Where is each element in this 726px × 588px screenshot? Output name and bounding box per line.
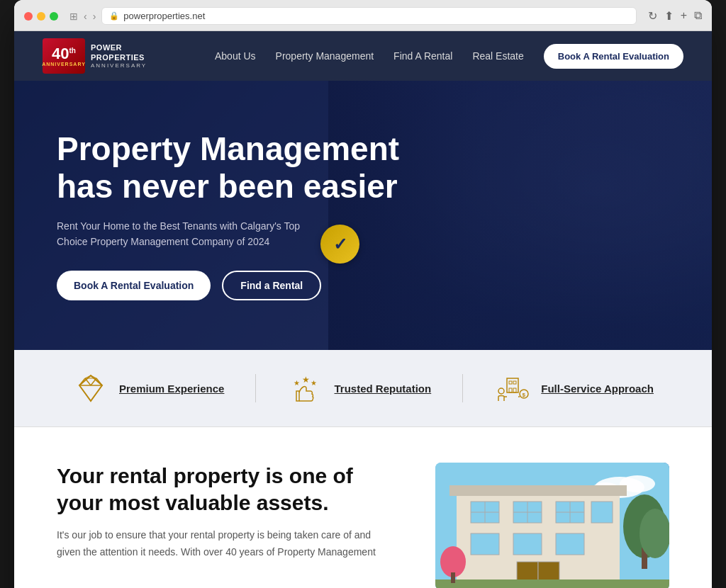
svg-rect-10 — [507, 378, 518, 392]
address-bar[interactable]: 🔒 powerproperties.net — [101, 7, 636, 25]
svg-text:$: $ — [523, 392, 526, 398]
maximize-button[interactable] — [50, 12, 58, 21]
nav-property-management[interactable]: Property Management — [276, 50, 374, 62]
anniversary-label: ANNIVERSARY — [42, 62, 86, 67]
svg-point-24 — [640, 509, 669, 558]
checkmark-icon: ✓ — [333, 234, 347, 254]
svg-rect-44 — [451, 572, 455, 583]
svg-rect-13 — [509, 381, 512, 384]
svg-rect-11 — [509, 388, 512, 392]
feature-full-service: $ Full-Service Approach — [494, 370, 654, 407]
content-section: Your rental property is one of your most… — [14, 427, 712, 588]
nav-real-estate[interactable]: Real Estate — [472, 50, 523, 62]
award-badge: ✓ — [320, 225, 359, 264]
svg-point-15 — [498, 388, 504, 394]
svg-rect-42 — [435, 579, 669, 588]
svg-rect-39 — [556, 533, 584, 555]
svg-line-5 — [91, 378, 96, 385]
browser-chrome: ⊞ ‹ › 🔒 powerproperties.net ↻ ⬆ + ⧉ — [14, 0, 712, 31]
back-icon[interactable]: ‹ — [84, 11, 87, 22]
svg-rect-14 — [513, 381, 516, 384]
nav-links: About Us Property Management Find A Rent… — [215, 50, 683, 62]
url-text: powerproperties.net — [123, 11, 205, 21]
feature-divider-2 — [462, 374, 463, 402]
hero-buttons: Book A Rental Evaluation Find a Rental — [57, 271, 399, 300]
nav-find-rental[interactable]: Find A Rental — [393, 50, 452, 62]
close-button[interactable] — [24, 12, 33, 21]
svg-text:★: ★ — [302, 375, 310, 385]
browser-nav-controls: ⊞ ‹ › — [69, 11, 96, 22]
content-title: Your rental property is one of your most… — [57, 463, 393, 516]
svg-rect-26 — [449, 485, 627, 496]
hero-title: Property Management has never been easie… — [57, 130, 399, 205]
full-service-approach-label: Full-Service Approach — [541, 383, 654, 395]
minimize-button[interactable] — [37, 12, 45, 21]
anniversary-number: 40th — [52, 46, 76, 62]
hero-subtitle-row: Rent Your Home to the Best Tenants with … — [57, 218, 399, 271]
feature-trusted-reputation: ★ ★ ★ Trusted Reputation — [288, 370, 432, 407]
svg-text:★: ★ — [311, 379, 317, 387]
share-icon[interactable]: ⬆ — [664, 9, 674, 23]
nav-cta-button[interactable]: Book A Rental Evaluation — [544, 44, 683, 69]
svg-rect-30 — [591, 502, 613, 523]
logo-badge: 40th ANNIVERSARY — [43, 38, 85, 74]
property-image — [435, 463, 669, 588]
svg-marker-0 — [79, 375, 102, 401]
svg-rect-38 — [513, 533, 542, 555]
forward-icon[interactable]: › — [93, 11, 96, 22]
svg-text:★: ★ — [294, 379, 300, 387]
full-service-approach-icon: $ — [494, 370, 531, 407]
thumbs-up-stars-icon: ★ ★ ★ — [288, 370, 325, 407]
content-body: It's our job to ensure that your rental … — [57, 527, 393, 561]
tabs-icon[interactable]: ⧉ — [694, 9, 702, 23]
traffic-lights — [24, 12, 58, 21]
feature-premium-experience: Premium Experience — [72, 370, 224, 407]
premium-experience-label: Premium Experience — [119, 383, 224, 395]
sidebar-toggle-icon[interactable]: ⊞ — [69, 11, 78, 22]
website-content: 40th ANNIVERSARY POWER PROPERTIES ANNIVE… — [14, 31, 712, 588]
logo[interactable]: 40th ANNIVERSARY POWER PROPERTIES ANNIVE… — [43, 38, 147, 74]
trusted-reputation-label: Trusted Reputation — [335, 383, 432, 395]
diamond-icon — [72, 370, 109, 407]
book-rental-evaluation-button[interactable]: Book A Rental Evaluation — [57, 271, 211, 300]
browser-action-buttons: ↻ ⬆ + ⧉ — [648, 9, 702, 23]
content-text: Your rental property is one of your most… — [57, 463, 393, 561]
logo-text: POWER PROPERTIES ANNIVERSARY — [91, 43, 147, 70]
lock-icon: 🔒 — [109, 11, 119, 21]
hero-section: Property Management has never been easie… — [14, 81, 712, 350]
svg-rect-12 — [513, 388, 516, 392]
feature-divider-1 — [255, 374, 256, 402]
browser-window: ⊞ ‹ › 🔒 powerproperties.net ↻ ⬆ + ⧉ 40th… — [14, 0, 712, 588]
find-rental-button[interactable]: Find a Rental — [222, 271, 321, 300]
features-bar: Premium Experience ★ ★ ★ Trusted Reputat… — [14, 350, 712, 427]
hero-content: Property Management has never been easie… — [57, 130, 399, 301]
new-tab-icon[interactable]: + — [681, 9, 687, 23]
svg-rect-37 — [471, 533, 499, 555]
reload-icon[interactable]: ↻ — [648, 9, 657, 23]
navbar: 40th ANNIVERSARY POWER PROPERTIES ANNIVE… — [14, 31, 712, 81]
hero-subtitle: Rent Your Home to the Best Tenants with … — [57, 218, 312, 250]
svg-marker-6 — [85, 375, 96, 378]
nav-about[interactable]: About Us — [215, 50, 256, 62]
svg-line-4 — [85, 378, 91, 385]
